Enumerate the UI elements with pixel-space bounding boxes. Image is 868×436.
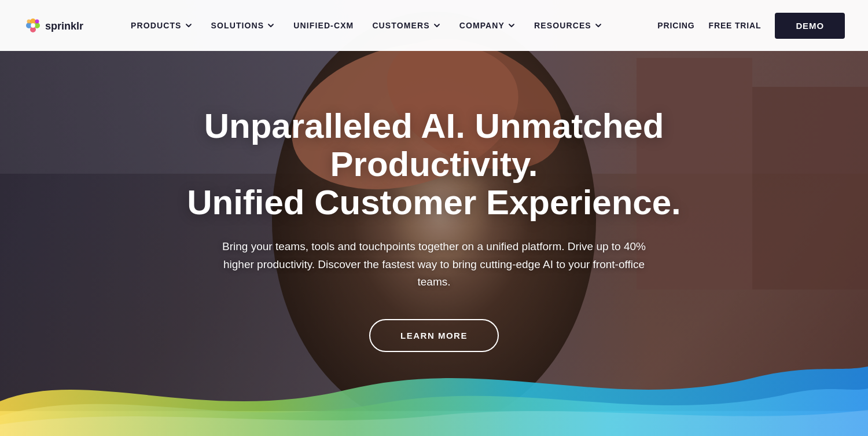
hero-headline-line2: Unified Customer Experience. [187, 183, 681, 222]
chevron-down-icon [185, 21, 193, 30]
nav-items: PRODUCTS SOLUTIONS UNIFIED-CXM CUSTOMERS [123, 16, 610, 35]
nav-item-customers[interactable]: CUSTOMERS [364, 16, 448, 35]
svg-point-13 [27, 20, 31, 24]
chevron-down-icon [507, 21, 516, 30]
svg-point-14 [31, 23, 35, 28]
nav-label-unified-cxm: UNIFIED-CXM [293, 21, 354, 30]
nav-item-company[interactable]: COMPANY [451, 16, 524, 35]
hero-subtext: Bring your teams, tools and touchpoints … [208, 238, 660, 291]
hero-headline-line1: Unparalleled AI. Unmatched Productivity. [204, 107, 664, 184]
nav-right: PRICING FREE TRIAL DEMO [657, 13, 845, 39]
learn-more-button[interactable]: LEARN MORE [369, 319, 499, 352]
nav-item-solutions[interactable]: SOLUTIONS [203, 16, 284, 35]
navbar: sprinklr PRODUCTS SOLUTIONS [0, 0, 868, 51]
hero-content: Unparalleled AI. Unmatched Productivity.… [0, 0, 868, 436]
hero-section: sprinklr PRODUCTS SOLUTIONS [0, 0, 868, 436]
demo-button[interactable]: DEMO [775, 13, 845, 39]
nav-item-resources[interactable]: RESOURCES [526, 16, 610, 35]
sprinklr-logo: sprinklr [23, 14, 104, 37]
free-trial-link[interactable]: FREE TRIAL [709, 21, 762, 30]
nav-left: sprinklr PRODUCTS SOLUTIONS [23, 14, 610, 37]
nav-label-resources: RESOURCES [534, 21, 591, 30]
nav-label-customers: CUSTOMERS [372, 21, 429, 30]
pricing-link[interactable]: PRICING [657, 21, 694, 30]
svg-text:sprinklr: sprinklr [45, 20, 83, 32]
nav-item-unified-cxm[interactable]: UNIFIED-CXM [285, 16, 362, 35]
nav-label-products: PRODUCTS [131, 21, 182, 30]
chevron-down-icon [433, 21, 441, 30]
svg-point-12 [35, 20, 39, 24]
chevron-down-icon [594, 21, 602, 30]
nav-item-products[interactable]: PRODUCTS [123, 16, 201, 35]
nav-label-company: COMPANY [459, 21, 505, 30]
nav-label-solutions: SOLUTIONS [211, 21, 264, 30]
chevron-down-icon [267, 21, 275, 30]
logo[interactable]: sprinklr [23, 14, 104, 37]
hero-headline: Unparalleled AI. Unmatched Productivity.… [159, 107, 709, 222]
